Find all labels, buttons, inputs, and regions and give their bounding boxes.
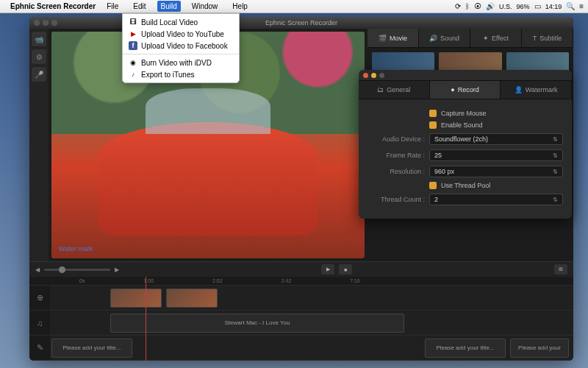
frame-rate-select[interactable]: 25⇅ <box>429 149 563 161</box>
film-icon: 🎞 <box>129 18 137 26</box>
flag-label[interactable]: U.S. <box>499 3 512 10</box>
time-ruler[interactable]: 0s 1:00 2:02 2:42 7:16 <box>50 277 573 286</box>
effect-icon: ✦ <box>483 35 489 42</box>
checkbox-label: Capture Mouse <box>441 110 487 117</box>
tab-sound[interactable]: 🔊Sound <box>419 29 470 47</box>
video-track[interactable] <box>50 286 573 311</box>
video-clip[interactable] <box>166 289 218 308</box>
title-clip[interactable]: Please add your title... <box>425 339 506 358</box>
checkbox-label: Enable Sound <box>441 121 483 129</box>
stop-button[interactable]: ■ <box>339 264 352 275</box>
title-track-icon[interactable]: ✎ <box>29 336 50 361</box>
volume-icon[interactable]: 🔊 <box>486 2 495 10</box>
field-value: 2 <box>434 196 438 203</box>
tab-subtitle[interactable]: TSubtitle <box>522 29 573 47</box>
battery-icon: ▭ <box>534 2 541 10</box>
chevron-up-down-icon: ⇅ <box>553 136 558 143</box>
timeline-tracks[interactable]: 0s 1:00 2:02 2:42 7:16 Stewart Mac - I L… <box>50 277 573 361</box>
close-icon[interactable] <box>363 73 368 78</box>
window-titlebar[interactable]: Ephnic Screen Recorder <box>29 17 573 29</box>
itunes-icon: ♪ <box>129 70 137 79</box>
title-clip[interactable]: Please add your <box>510 339 569 358</box>
settings-titlebar[interactable] <box>359 70 572 80</box>
app-name[interactable]: Ephnic Screen Recorder <box>10 2 96 10</box>
tab-label: Movie <box>390 35 407 42</box>
menu-extra-icon[interactable]: ≡ <box>579 2 584 10</box>
field-label: Frame Rate : <box>368 152 425 159</box>
facebook-icon: f <box>129 41 137 50</box>
sound-icon: 🔊 <box>429 35 437 42</box>
zoom-slider[interactable] <box>44 269 110 271</box>
audio-device-select[interactable]: Soundflower (2ch)⇅ <box>429 133 563 145</box>
clip-label: Please add your title... <box>436 344 494 351</box>
build-dropdown: 🎞Build Local Video ▶Upload Video to YouT… <box>122 13 240 83</box>
dd-build-local[interactable]: 🎞Build Local Video <box>123 16 239 28</box>
video-clip[interactable] <box>110 289 162 308</box>
minimize-icon[interactable] <box>371 73 376 78</box>
youtube-icon: ▶ <box>129 29 137 38</box>
chevron-up-down-icon: ⇅ <box>553 152 558 159</box>
recorder-settings-panel: 🗂General ●Record 👤Watermark Capture Mous… <box>359 70 572 219</box>
battery-label[interactable]: 96% <box>517 3 530 10</box>
clip-label: Stewart Mac - I Love You <box>225 319 290 326</box>
field-value: 960 px <box>434 168 454 175</box>
settings-tab-watermark[interactable]: 👤Watermark <box>501 81 572 99</box>
capture-mouse-checkbox[interactable] <box>429 110 437 117</box>
sync-icon[interactable]: ⟳ <box>455 2 461 10</box>
field-label: Audio Device : <box>368 135 425 143</box>
menu-help[interactable]: Help <box>229 1 251 12</box>
menu-window[interactable]: Window <box>188 1 222 12</box>
disc-icon: ◉ <box>129 58 137 67</box>
snap-button[interactable]: ⊞ <box>554 264 567 275</box>
camera-tool-icon[interactable]: 📹 <box>32 32 46 46</box>
dd-upload-facebook[interactable]: fUpload Video to Facebook <box>123 40 239 52</box>
dd-separator <box>123 54 239 54</box>
menu-build[interactable]: Build <box>157 1 181 12</box>
chevron-up-down-icon: ⇅ <box>553 197 558 203</box>
person-icon: 👤 <box>514 86 523 93</box>
tab-movie[interactable]: 🎬Movie <box>368 29 419 47</box>
audio-clip[interactable]: Stewart Mac - I Love You <box>110 314 404 333</box>
wifi-icon[interactable]: ⦿ <box>474 2 481 10</box>
media-tabs: 🎬Movie 🔊Sound ✦Effect TSubtitle <box>368 29 573 48</box>
thread-pool-checkbox[interactable] <box>429 182 437 189</box>
playhead[interactable] <box>146 277 146 361</box>
bluetooth-icon[interactable]: ᛒ <box>465 2 470 10</box>
menu-edit[interactable]: Edit <box>129 1 149 12</box>
enable-sound-checkbox[interactable] <box>429 121 437 129</box>
dd-label: Build Local Video <box>141 18 198 26</box>
menu-file[interactable]: File <box>103 1 122 12</box>
tab-label: Effect <box>492 35 509 42</box>
field-label: Thread Count : <box>368 196 425 203</box>
settings-tab-record[interactable]: ●Record <box>430 81 501 99</box>
settings-tab-general[interactable]: 🗂General <box>359 81 430 99</box>
tab-label: Watermark <box>526 86 558 93</box>
audio-track[interactable]: Stewart Mac - I Love You <box>50 311 573 336</box>
rewind-icon[interactable]: ◀ <box>35 266 40 273</box>
zoom-icon[interactable] <box>379 73 384 78</box>
dd-label: Export to iTunes <box>141 71 194 79</box>
clock-label[interactable]: 14:19 <box>545 3 562 10</box>
dd-upload-youtube[interactable]: ▶Upload Video to YouTube <box>123 28 239 40</box>
adjust-tool-icon[interactable]: ⚙ <box>32 49 46 64</box>
spotlight-icon[interactable]: 🔍 <box>566 2 575 10</box>
mic-tool-icon[interactable]: 🎤 <box>32 67 46 82</box>
mac-menubar: Ephnic Screen Recorder File Edit Build W… <box>0 0 588 13</box>
dd-export-itunes[interactable]: ♪Export to iTunes <box>123 68 239 80</box>
field-value: Soundflower (2ch) <box>434 135 488 143</box>
tab-effect[interactable]: ✦Effect <box>470 29 522 47</box>
play-button[interactable]: ▶ <box>321 264 334 275</box>
video-track-icon[interactable]: ⊕ <box>29 286 50 311</box>
title-clip[interactable]: Please add your title... <box>51 339 132 358</box>
chevron-up-down-icon: ⇅ <box>553 169 558 175</box>
record-icon: ● <box>451 86 454 93</box>
audio-track-icon[interactable]: ♫ <box>29 311 50 336</box>
thread-count-select[interactable]: 2⇅ <box>429 194 563 205</box>
forward-icon[interactable]: ▶ <box>115 266 119 273</box>
resolution-select[interactable]: 960 px⇅ <box>429 166 563 177</box>
status-area: ⟳ ᛒ ⦿ 🔊 U.S. 96% ▭ 14:19 🔍 ≡ <box>455 2 584 10</box>
transport-bar: ◀ ▶ ▶ ■ ⊞ <box>29 262 573 277</box>
dd-burn-idvd[interactable]: ◉Burn Video with iDVD <box>123 57 239 68</box>
title-track[interactable]: Please add your title... Please add your… <box>50 336 573 361</box>
field-label: Resolution : <box>368 168 425 175</box>
